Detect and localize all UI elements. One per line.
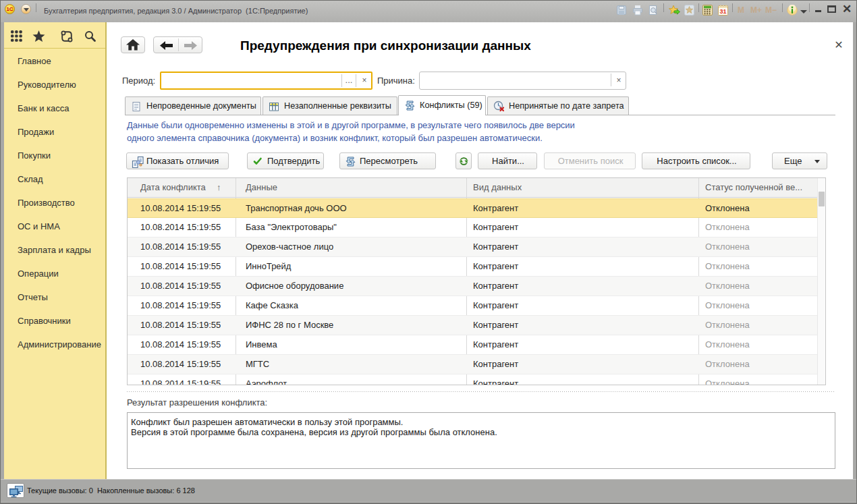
svg-text:31: 31: [719, 8, 726, 15]
